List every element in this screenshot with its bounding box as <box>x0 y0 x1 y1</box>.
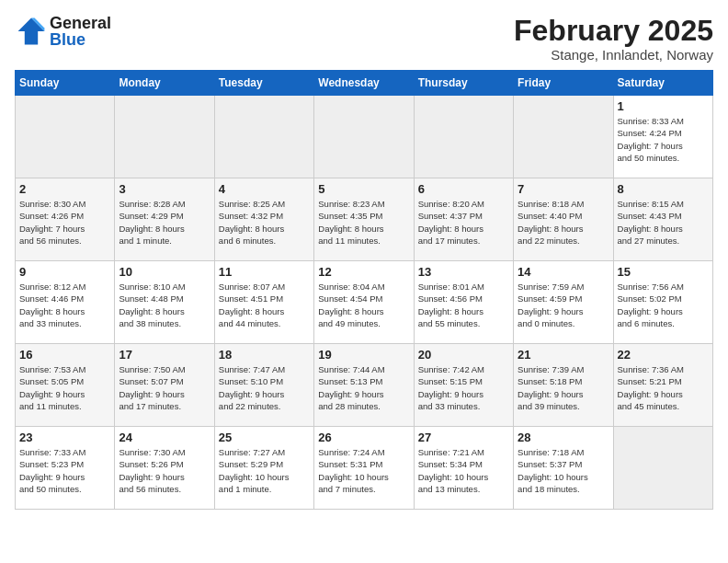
day-number: 3 <box>119 182 210 196</box>
calendar-cell: 15Sunrise: 7:56 AM Sunset: 5:02 PM Dayli… <box>613 261 712 344</box>
day-number: 7 <box>518 182 609 196</box>
day-number: 14 <box>518 265 609 279</box>
day-number: 22 <box>618 348 709 362</box>
calendar-cell: 9Sunrise: 8:12 AM Sunset: 4:46 PM Daylig… <box>16 261 115 344</box>
day-number: 5 <box>318 182 409 196</box>
day-info: Sunrise: 7:53 AM Sunset: 5:05 PM Dayligh… <box>19 363 110 412</box>
month-title: February 2025 <box>514 15 713 47</box>
day-info: Sunrise: 8:30 AM Sunset: 4:26 PM Dayligh… <box>19 198 110 247</box>
calendar-cell: 20Sunrise: 7:42 AM Sunset: 5:15 PM Dayli… <box>414 344 513 427</box>
day-number: 2 <box>19 182 110 196</box>
calendar-week-5: 23Sunrise: 7:33 AM Sunset: 5:23 PM Dayli… <box>16 427 713 510</box>
day-number: 24 <box>119 431 210 444</box>
day-info: Sunrise: 7:44 AM Sunset: 5:13 PM Dayligh… <box>318 363 409 412</box>
calendar-cell: 25Sunrise: 7:27 AM Sunset: 5:29 PM Dayli… <box>214 427 313 510</box>
calendar-cell: 13Sunrise: 8:01 AM Sunset: 4:56 PM Dayli… <box>414 261 513 344</box>
calendar-cell: 1Sunrise: 8:33 AM Sunset: 4:24 PM Daylig… <box>613 96 712 178</box>
day-info: Sunrise: 8:18 AM Sunset: 4:40 PM Dayligh… <box>518 198 609 247</box>
day-number: 9 <box>19 265 110 279</box>
calendar-cell: 28Sunrise: 7:18 AM Sunset: 5:37 PM Dayli… <box>514 427 613 510</box>
day-number: 26 <box>318 431 409 444</box>
calendar-cell: 5Sunrise: 8:23 AM Sunset: 4:35 PM Daylig… <box>314 178 414 261</box>
calendar-cell <box>613 427 712 510</box>
calendar-cell: 27Sunrise: 7:21 AM Sunset: 5:34 PM Dayli… <box>414 427 513 510</box>
day-number: 8 <box>618 182 709 196</box>
calendar-cell: 18Sunrise: 7:47 AM Sunset: 5:10 PM Dayli… <box>214 344 313 427</box>
calendar-cell: 2Sunrise: 8:30 AM Sunset: 4:26 PM Daylig… <box>16 178 115 261</box>
day-number: 10 <box>119 265 210 279</box>
location-subtitle: Stange, Innlandet, Norway <box>514 47 713 63</box>
calendar-table: SundayMondayTuesdayWednesdayThursdayFrid… <box>15 70 713 510</box>
calendar-cell: 22Sunrise: 7:36 AM Sunset: 5:21 PM Dayli… <box>613 344 712 427</box>
day-info: Sunrise: 7:33 AM Sunset: 5:23 PM Dayligh… <box>19 446 110 495</box>
weekday-header-friday: Friday <box>514 71 613 96</box>
weekday-header-sunday: Sunday <box>16 71 115 96</box>
calendar-cell <box>214 96 313 178</box>
weekday-header-saturday: Saturday <box>613 71 712 96</box>
weekday-header-thursday: Thursday <box>414 71 513 96</box>
calendar-week-3: 9Sunrise: 8:12 AM Sunset: 4:46 PM Daylig… <box>16 261 713 344</box>
day-info: Sunrise: 8:25 AM Sunset: 4:32 PM Dayligh… <box>219 198 310 247</box>
day-number: 6 <box>418 182 509 196</box>
day-info: Sunrise: 7:36 AM Sunset: 5:21 PM Dayligh… <box>618 363 709 412</box>
day-number: 12 <box>318 265 409 279</box>
day-number: 20 <box>418 348 509 362</box>
day-number: 4 <box>219 182 310 196</box>
day-info: Sunrise: 7:47 AM Sunset: 5:10 PM Dayligh… <box>219 363 310 412</box>
calendar-cell: 3Sunrise: 8:28 AM Sunset: 4:29 PM Daylig… <box>115 178 214 261</box>
day-info: Sunrise: 8:04 AM Sunset: 4:54 PM Dayligh… <box>318 281 409 329</box>
logo-icon <box>15 15 48 48</box>
day-info: Sunrise: 8:15 AM Sunset: 4:43 PM Dayligh… <box>618 198 709 247</box>
day-info: Sunrise: 8:07 AM Sunset: 4:51 PM Dayligh… <box>219 281 310 329</box>
weekday-header-tuesday: Tuesday <box>214 71 313 96</box>
day-info: Sunrise: 8:01 AM Sunset: 4:56 PM Dayligh… <box>418 281 509 329</box>
calendar-cell: 23Sunrise: 7:33 AM Sunset: 5:23 PM Dayli… <box>16 427 115 510</box>
calendar-cell: 14Sunrise: 7:59 AM Sunset: 4:59 PM Dayli… <box>514 261 613 344</box>
calendar-cell: 6Sunrise: 8:20 AM Sunset: 4:37 PM Daylig… <box>414 178 513 261</box>
calendar-cell: 26Sunrise: 7:24 AM Sunset: 5:31 PM Dayli… <box>314 427 414 510</box>
day-number: 23 <box>19 431 110 444</box>
day-number: 19 <box>318 348 409 362</box>
calendar-cell: 12Sunrise: 8:04 AM Sunset: 4:54 PM Dayli… <box>314 261 414 344</box>
day-info: Sunrise: 7:30 AM Sunset: 5:26 PM Dayligh… <box>119 446 210 495</box>
weekday-header-wednesday: Wednesday <box>314 71 414 96</box>
day-number: 27 <box>418 431 509 444</box>
calendar-cell: 21Sunrise: 7:39 AM Sunset: 5:18 PM Dayli… <box>514 344 613 427</box>
title-area: February 2025 Stange, Innlandet, Norway <box>514 15 713 63</box>
day-info: Sunrise: 8:23 AM Sunset: 4:35 PM Dayligh… <box>318 198 409 247</box>
day-number: 13 <box>418 265 509 279</box>
calendar-cell: 16Sunrise: 7:53 AM Sunset: 5:05 PM Dayli… <box>16 344 115 427</box>
day-info: Sunrise: 7:18 AM Sunset: 5:37 PM Dayligh… <box>518 446 609 495</box>
day-info: Sunrise: 7:56 AM Sunset: 5:02 PM Dayligh… <box>618 281 709 329</box>
calendar-cell: 10Sunrise: 8:10 AM Sunset: 4:48 PM Dayli… <box>115 261 214 344</box>
day-info: Sunrise: 8:20 AM Sunset: 4:37 PM Dayligh… <box>418 198 509 247</box>
weekday-header-monday: Monday <box>115 71 214 96</box>
day-number: 1 <box>618 99 709 113</box>
calendar-cell: 19Sunrise: 7:44 AM Sunset: 5:13 PM Dayli… <box>314 344 414 427</box>
day-number: 11 <box>219 265 310 279</box>
day-number: 15 <box>618 265 709 279</box>
day-number: 16 <box>19 348 110 362</box>
day-info: Sunrise: 7:24 AM Sunset: 5:31 PM Dayligh… <box>318 446 409 495</box>
calendar-cell <box>314 96 414 178</box>
page-header: General Blue February 2025 Stange, Innla… <box>15 15 713 63</box>
day-info: Sunrise: 8:33 AM Sunset: 4:24 PM Dayligh… <box>618 115 709 164</box>
calendar-week-2: 2Sunrise: 8:30 AM Sunset: 4:26 PM Daylig… <box>16 178 713 261</box>
logo-text: General Blue <box>50 15 111 48</box>
day-info: Sunrise: 8:28 AM Sunset: 4:29 PM Dayligh… <box>119 198 210 247</box>
calendar-cell: 11Sunrise: 8:07 AM Sunset: 4:51 PM Dayli… <box>214 261 313 344</box>
day-info: Sunrise: 7:42 AM Sunset: 5:15 PM Dayligh… <box>418 363 509 412</box>
day-number: 25 <box>219 431 310 444</box>
svg-marker-0 <box>18 18 45 45</box>
calendar-cell: 24Sunrise: 7:30 AM Sunset: 5:26 PM Dayli… <box>115 427 214 510</box>
day-number: 17 <box>119 348 210 362</box>
calendar-cell <box>115 96 214 178</box>
calendar-week-4: 16Sunrise: 7:53 AM Sunset: 5:05 PM Dayli… <box>16 344 713 427</box>
day-info: Sunrise: 8:12 AM Sunset: 4:46 PM Dayligh… <box>19 281 110 329</box>
calendar-cell: 17Sunrise: 7:50 AM Sunset: 5:07 PM Dayli… <box>115 344 214 427</box>
calendar-cell: 4Sunrise: 8:25 AM Sunset: 4:32 PM Daylig… <box>214 178 313 261</box>
logo: General Blue <box>15 15 111 48</box>
calendar-cell: 7Sunrise: 8:18 AM Sunset: 4:40 PM Daylig… <box>514 178 613 261</box>
day-info: Sunrise: 7:39 AM Sunset: 5:18 PM Dayligh… <box>518 363 609 412</box>
day-info: Sunrise: 7:21 AM Sunset: 5:34 PM Dayligh… <box>418 446 509 495</box>
